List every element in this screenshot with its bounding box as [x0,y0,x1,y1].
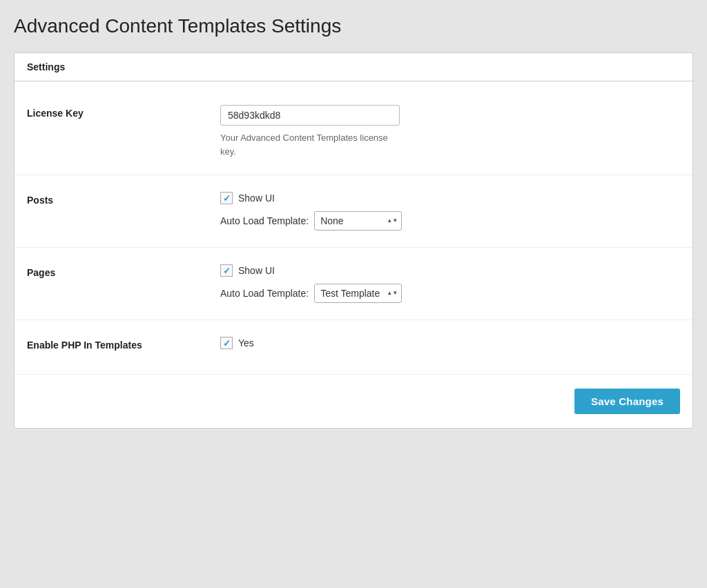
license-key-label: License Key [27,105,220,119]
enable-php-yes-text: Yes [238,337,254,349]
pages-show-ui-text: Show UI [238,265,275,276]
panel-header: Settings [14,53,693,81]
posts-auto-load-select-wrapper: None Test Template ▲▼ [314,211,402,231]
license-key-input[interactable] [220,105,400,126]
pages-auto-load-label: Auto Load Template: [220,288,309,299]
page-wrapper: Advanced Content Templates Settings Sett… [14,14,693,429]
pages-control: Show UI Auto Load Template: None Test Te… [220,264,680,303]
posts-show-ui-text: Show UI [238,193,275,204]
pages-show-ui-label[interactable]: Show UI [220,264,275,277]
pages-row: Pages Show UI Auto Load Template: None [14,248,693,320]
posts-auto-load-row: Auto Load Template: None Test Template ▲… [220,211,680,231]
settings-panel: Settings License Key Your Advanced Conte… [14,52,693,429]
license-key-description: Your Advanced Content Templates license … [220,131,400,158]
save-changes-button[interactable]: Save Changes [574,389,680,414]
enable-php-checkbox[interactable] [220,337,233,349]
license-key-row: License Key Your Advanced Content Templa… [14,88,693,175]
enable-php-control: Yes [220,337,680,349]
posts-show-ui-row: Show UI [220,192,680,204]
enable-php-label: Enable PHP In Templates [27,337,220,351]
enable-php-row: Enable PHP In Templates Yes [14,320,693,367]
posts-control: Show UI Auto Load Template: None Test Te… [220,192,680,231]
panel-footer: Save Changes [14,374,693,428]
pages-auto-load-row: Auto Load Template: None Test Template ▲… [220,284,680,303]
enable-php-checkbox-label[interactable]: Yes [220,337,680,349]
pages-auto-load-select-wrapper: None Test Template ▲▼ [314,284,402,303]
pages-label: Pages [27,264,220,278]
posts-auto-load-label: Auto Load Template: [220,215,309,226]
panel-body: License Key Your Advanced Content Templa… [14,81,693,374]
posts-auto-load-select[interactable]: None Test Template [314,211,402,231]
posts-row: Posts Show UI Auto Load Template: None [14,175,693,248]
pages-show-ui-checkbox[interactable] [220,264,233,277]
posts-show-ui-checkbox[interactable] [220,192,233,204]
pages-show-ui-row: Show UI [220,264,680,277]
pages-auto-load-select[interactable]: None Test Template [314,284,402,303]
posts-show-ui-label[interactable]: Show UI [220,192,275,204]
license-key-control: Your Advanced Content Templates license … [220,105,680,158]
page-title: Advanced Content Templates Settings [14,14,693,39]
posts-label: Posts [27,192,220,206]
